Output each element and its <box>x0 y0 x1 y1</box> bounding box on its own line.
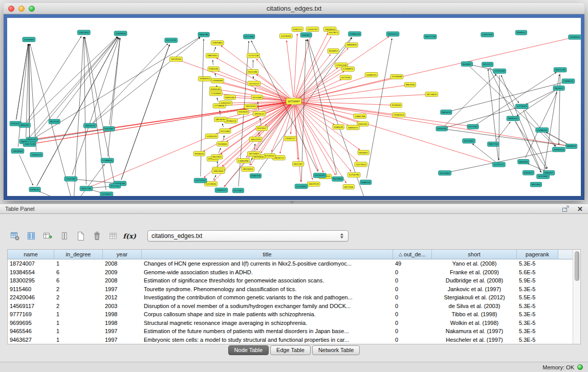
edit-table-icon[interactable] <box>42 230 53 242</box>
graph-node[interactable]: 9427871 <box>328 30 339 35</box>
table-row[interactable]: 969969511998Structural magnetic resonanc… <box>8 319 580 327</box>
network-window-titlebar[interactable]: citations_edges.txt <box>4 3 584 14</box>
column-header-year[interactable]: year <box>103 250 142 259</box>
delete-column-icon[interactable] <box>91 230 102 242</box>
graph-node[interactable]: 14569117 <box>215 188 228 192</box>
column-header-name[interactable]: name <box>8 250 54 259</box>
column-header-pagerank[interactable]: pagerank <box>517 250 558 259</box>
graph-node[interactable]: 14881780 <box>354 114 366 119</box>
graph-node[interactable]: 13210265 <box>279 34 292 38</box>
table-row[interactable]: 946554611997Estimation of the future num… <box>8 327 580 336</box>
graph-node[interactable]: 13778352 <box>515 104 528 108</box>
graph-node[interactable]: 13533137 <box>248 81 260 86</box>
graph-node[interactable]: 18471795 <box>554 68 567 72</box>
graph-node[interactable]: 9803676 <box>441 110 452 115</box>
column-header-in-degree[interactable]: in_degree <box>54 250 103 259</box>
graph-node[interactable]: 18724007 <box>248 151 260 156</box>
network-canvas[interactable]: 1872400713210265918221114595707190785549… <box>7 18 581 196</box>
graph-node[interactable]: 9556812 <box>328 49 339 53</box>
graph-node[interactable]: 9410640 <box>390 103 402 107</box>
function-builder-icon[interactable]: f(x) <box>124 230 135 242</box>
graph-node[interactable]: 9842664 <box>530 182 541 187</box>
graph-node[interactable]: 16380755 <box>365 73 378 77</box>
graph-node[interactable]: 19384554 <box>198 76 211 81</box>
graph-node[interactable]: 9077556 <box>343 185 354 189</box>
graph-node[interactable]: 19365223 <box>30 152 43 157</box>
graph-node[interactable]: 18815653 <box>206 53 219 58</box>
table-options-icon[interactable] <box>9 230 20 242</box>
graph-node[interactable]: 18724007 <box>463 139 475 143</box>
graph-node[interactable]: 9630837 <box>461 62 472 67</box>
tab-edge-table[interactable]: Edge Table <box>270 345 311 355</box>
graph-node[interactable]: 14145442 <box>313 173 326 178</box>
graph-node[interactable]: 10601672 <box>346 125 359 130</box>
graph-node[interactable]: 9739254 <box>264 154 275 158</box>
graph-node[interactable]: 9647367 <box>293 162 304 166</box>
graph-node[interactable]: 14595707 <box>306 27 319 32</box>
tab-network-table[interactable]: Network Table <box>312 345 360 355</box>
graph-node[interactable]: 9115460 <box>251 95 263 100</box>
graph-node[interactable]: 12326683 <box>209 91 222 96</box>
close-window-button[interactable] <box>8 6 14 12</box>
graph-node[interactable]: 12281493 <box>205 134 218 139</box>
graph-node[interactable]: 9344162 <box>103 126 115 131</box>
graph-node[interactable]: 18556925 <box>242 167 254 171</box>
graph-node[interactable]: 18716035 <box>425 92 438 97</box>
graph-node[interactable]: 9521396 <box>247 70 258 74</box>
graph-node[interactable]: 9472936 <box>340 75 351 80</box>
graph-node[interactable]: 14569117 <box>284 136 297 141</box>
graph-node[interactable]: 9623835 <box>332 177 343 181</box>
table-row[interactable]: 1456911722003Disruption of a novel membe… <box>8 302 580 311</box>
graph-node[interactable]: 16834112 <box>83 123 96 128</box>
graph-node[interactable]: 14772242 <box>194 178 207 183</box>
graph-node[interactable]: 9898610 <box>566 144 577 148</box>
graph-node[interactable]: 17554260 <box>493 69 506 73</box>
table-row[interactable]: 1830029562008Estimation of significance … <box>8 276 580 285</box>
selection-mode-icon[interactable] <box>58 230 70 242</box>
graph-node[interactable]: 14942420 <box>481 32 494 37</box>
graph-node[interactable]: 9894267 <box>19 123 30 127</box>
graph-node[interactable]: 17547467 <box>64 177 77 181</box>
graph-node[interactable]: 12509075 <box>342 67 355 71</box>
graph-node[interactable]: 9340665 <box>217 142 228 146</box>
graph-node[interactable]: 9500758 <box>250 173 261 178</box>
graph-node[interactable]: 10916222 <box>253 112 266 116</box>
tab-node-table[interactable]: Node Table <box>228 345 269 355</box>
graph-node[interactable]: 9465546 <box>224 95 235 100</box>
graph-node[interactable]: 9163618 <box>237 110 249 114</box>
graph-node[interactable]: 19384554 <box>393 113 405 117</box>
graph-node[interactable]: 19384554 <box>553 147 565 152</box>
table-selector[interactable]: citations_edges.txt <box>147 230 349 242</box>
graph-node[interactable]: 18417705 <box>80 186 93 191</box>
graph-node[interactable]: 9115460 <box>244 34 255 39</box>
graph-node[interactable]: 9463627 <box>300 33 312 37</box>
graph-node[interactable]: 19466636 <box>569 35 581 39</box>
graph-node[interactable]: 14474652 <box>355 162 367 167</box>
graph-node[interactable]: 9177402 <box>232 188 244 193</box>
graph-node[interactable]: 10444263 <box>244 104 257 108</box>
graph-node[interactable]: 16629139 <box>307 182 320 186</box>
graph-node[interactable]: 14756785 <box>347 172 360 177</box>
graph-node[interactable]: 9816047 <box>358 150 369 155</box>
graph-node[interactable]: 9608410 <box>360 180 372 185</box>
graph-node[interactable]: 13138508 <box>390 74 403 79</box>
table-scrollbar[interactable] <box>573 250 580 344</box>
graph-node[interactable]: 10054826 <box>212 169 225 173</box>
graph-node[interactable]: 18255213 <box>386 32 399 36</box>
graph-node[interactable]: 9614373 <box>482 62 493 67</box>
graph-node[interactable]: 9568452 <box>515 30 527 35</box>
float-panel-icon[interactable] <box>560 203 571 214</box>
graph-node[interactable]: 9695253 <box>26 137 37 142</box>
table-row[interactable]: 1938455462009Genome-wide association stu… <box>8 268 580 277</box>
table-row[interactable]: 1872400712008Changes of HCN gene express… <box>8 259 580 268</box>
column-header-out-de-[interactable]: △out_de... <box>393 250 432 259</box>
column-header-title[interactable]: title <box>142 250 393 259</box>
graph-node[interactable]: 18724007 <box>537 174 550 179</box>
graph-node[interactable]: 9182211 <box>292 27 303 32</box>
graph-node[interactable]: 11695897 <box>23 37 35 42</box>
graph-node[interactable]: 18683457 <box>507 116 519 121</box>
graph-node[interactable]: 12722277 <box>492 162 505 167</box>
graph-node[interactable]: 15027318 <box>23 142 36 146</box>
graph-node[interactable]: 18377750 <box>424 34 437 39</box>
table-row[interactable]: 911546021997Tourette syndrome. Phenomeno… <box>8 285 580 294</box>
